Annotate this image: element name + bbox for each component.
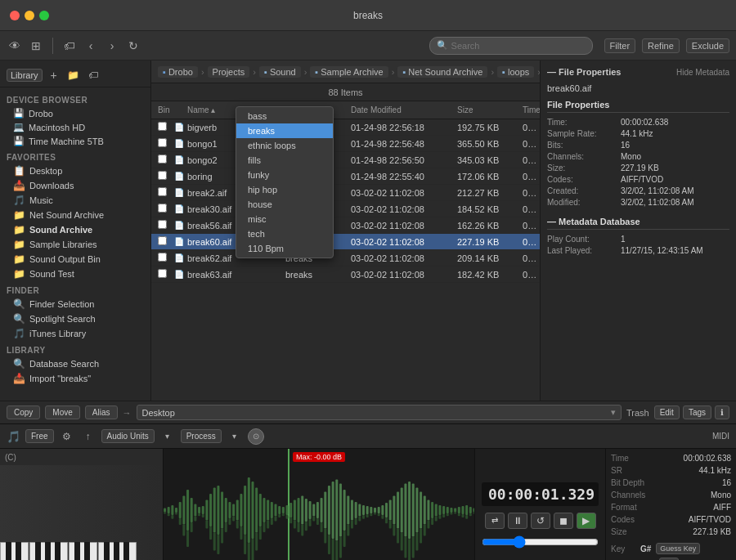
audio-units-button[interactable]: Audio Units	[101, 429, 155, 443]
destination-dropdown[interactable]: Desktop ▾	[137, 405, 622, 420]
add-icon[interactable]: +	[46, 67, 62, 83]
tag-small-icon[interactable]: 🏷	[85, 67, 101, 83]
row-checkbox[interactable]	[158, 269, 167, 278]
piano-black-key[interactable]	[6, 542, 11, 560]
sidebar-item-samplelibraries[interactable]: 📁 Sample Libraries	[0, 237, 150, 252]
sidebar-item-netsoundarchive[interactable]: 📁 Net Sound Archive	[0, 208, 150, 222]
sidebar-item-sound[interactable]: 📁 Sound Archive	[0, 222, 150, 237]
au-chevron-icon[interactable]: ▾	[159, 428, 176, 445]
loop-icon[interactable]: ⊙	[248, 428, 264, 445]
folder-dropdown[interactable]: bassbreaksethnic loopsfillsfunkyhip hoph…	[236, 106, 334, 258]
row-checkbox[interactable]	[158, 204, 167, 213]
path-net-sound[interactable]: ▪ Net Sound Archive	[397, 66, 487, 78]
piano-black-key[interactable]	[84, 542, 90, 560]
table-row[interactable]: 📄 break2.aif breaks 03-02-02 11:02:08 21…	[151, 185, 540, 201]
dropdown-item[interactable]: misc	[236, 212, 333, 226]
row-checkbox[interactable]	[158, 171, 167, 180]
path-sample-archive[interactable]: ▪ Sample Archive	[310, 66, 388, 78]
hide-metadata-button[interactable]: Hide Metadata	[676, 68, 729, 77]
dropdown-item[interactable]: breaks	[236, 123, 333, 138]
table-row[interactable]: 📄 break62.aif breaks 03-02-02 11:02:08 2…	[151, 250, 540, 267]
stop-button[interactable]: ⏸	[508, 513, 527, 529]
process-button[interactable]: Process	[181, 429, 222, 443]
path-loops[interactable]: ▪ loops	[497, 66, 534, 78]
sidebar-item-finder-selection[interactable]: 🔍 Finder Selection	[0, 297, 150, 311]
table-row[interactable]: 📄 break60.aif breaks 03-02-02 11:02:08 2…	[151, 234, 540, 250]
sidebar-item-macintosh[interactable]: 💻 Macintosh HD	[0, 120, 150, 134]
table-row[interactable]: 📄 break63.aif breaks 03-02-02 11:02:08 1…	[151, 267, 540, 283]
sidebar-item-db-search[interactable]: 🔍 Database Search	[0, 356, 150, 371]
back-icon[interactable]: ‹	[83, 38, 99, 54]
sidebar-item-downloads[interactable]: 📥 Downloads	[0, 178, 150, 193]
tags-button[interactable]: Tags	[683, 405, 711, 419]
folder-icon[interactable]: 📁	[65, 67, 82, 83]
sidebar-item-desktop[interactable]: 📋 Desktop	[0, 164, 150, 178]
path-sound[interactable]: ▪ Sound	[259, 66, 301, 78]
exclude-button[interactable]: Exclude	[686, 38, 729, 53]
dropdown-item[interactable]: fills	[236, 153, 333, 168]
dropdown-item[interactable]: 110 Bpm	[236, 241, 333, 256]
piano-black-key[interactable]	[16, 542, 21, 560]
piano-keys[interactable]	[0, 465, 163, 560]
table-row[interactable]: 📄 boring breaks 01-24-98 22:55:40 172.06…	[151, 168, 540, 185]
piano-black-key[interactable]	[104, 542, 110, 560]
col-time[interactable]: Time	[519, 105, 540, 114]
refine-button[interactable]: Refine	[642, 38, 680, 53]
shuffle-button[interactable]: ⇄	[485, 513, 505, 529]
rewind-button[interactable]: ◼	[554, 513, 573, 529]
audio-share-icon[interactable]: ↑	[80, 428, 96, 445]
play-button[interactable]: ▶	[577, 513, 596, 529]
midi-button[interactable]: MIDI	[712, 432, 729, 441]
table-row[interactable]: 📄 bongo2 breaks 01-24-98 22:56:50 345.03…	[151, 152, 540, 168]
close-button[interactable]	[10, 11, 20, 20]
edit-button[interactable]: Edit	[654, 405, 680, 419]
sidebar-item-music[interactable]: 🎵 Music	[0, 193, 150, 208]
row-checkbox[interactable]	[158, 253, 167, 262]
row-checkbox[interactable]	[158, 236, 167, 245]
minimize-button[interactable]	[25, 11, 34, 20]
search-input[interactable]	[451, 41, 586, 51]
table-row[interactable]: 📄 break30.aif breaks 03-02-02 11:02:08 1…	[151, 201, 540, 217]
sidebar-item-itunes[interactable]: 🎵 iTunes Library	[0, 326, 150, 341]
info-button[interactable]: ℹ	[715, 405, 729, 419]
trash-button[interactable]: Trash	[626, 408, 649, 418]
process-chevron-icon[interactable]: ▾	[227, 428, 243, 445]
loop-button[interactable]: ↺	[531, 513, 550, 529]
copy-button[interactable]: Copy	[7, 405, 40, 419]
path-drobo[interactable]: ▪ Drobo	[158, 66, 198, 78]
row-checkbox[interactable]	[158, 155, 167, 164]
playback-slider[interactable]	[482, 535, 599, 549]
library-dropdown[interactable]: Library	[7, 69, 43, 82]
window-controls[interactable]	[10, 11, 49, 20]
guess-key-button[interactable]: Guess Key	[656, 543, 700, 554]
table-row[interactable]: 📄 break56.aif breaks 03-02-02 11:02:08 1…	[151, 217, 540, 234]
forward-icon[interactable]: ›	[104, 38, 120, 54]
alias-button[interactable]: Alias	[85, 405, 118, 419]
row-checkbox[interactable]	[158, 187, 167, 196]
piano-black-key[interactable]	[114, 542, 119, 560]
filter-button[interactable]: Filter	[604, 38, 635, 53]
piano-black-key[interactable]	[74, 542, 80, 560]
row-checkbox[interactable]	[158, 138, 167, 147]
row-checkbox[interactable]	[158, 122, 167, 131]
refresh-icon[interactable]: ↻	[125, 38, 141, 54]
sidebar-item-timemachine[interactable]: 💾 Time Machine 5TB	[0, 134, 150, 148]
dropdown-item[interactable]: tech	[236, 226, 333, 241]
piano-black-key[interactable]	[45, 542, 51, 560]
settings-icon[interactable]: ⊞	[28, 38, 44, 54]
tag-icon[interactable]: 🏷	[61, 38, 78, 54]
search-bar[interactable]: 🔍	[429, 37, 593, 55]
sidebar-item-spotlight[interactable]: 🔍 Spotlight Search	[0, 311, 150, 326]
piano-black-key[interactable]	[35, 542, 41, 560]
row-checkbox[interactable]	[158, 220, 167, 229]
piano-black-key[interactable]	[123, 542, 129, 560]
dropdown-item[interactable]: bass	[236, 109, 333, 123]
maximize-button[interactable]	[39, 11, 49, 20]
waveform-section[interactable]: Max: -0.00 dB	[164, 449, 474, 560]
table-row[interactable]: 📄 bongo1 breaks 01-24-98 22:56:48 365.50…	[151, 136, 540, 152]
eye-icon[interactable]: 👁	[7, 38, 23, 54]
sidebar-item-soundtest[interactable]: 📁 Sound Test	[0, 267, 150, 281]
move-button[interactable]: Move	[45, 405, 79, 419]
free-button[interactable]: Free	[25, 429, 54, 443]
piano-black-key[interactable]	[55, 542, 61, 560]
